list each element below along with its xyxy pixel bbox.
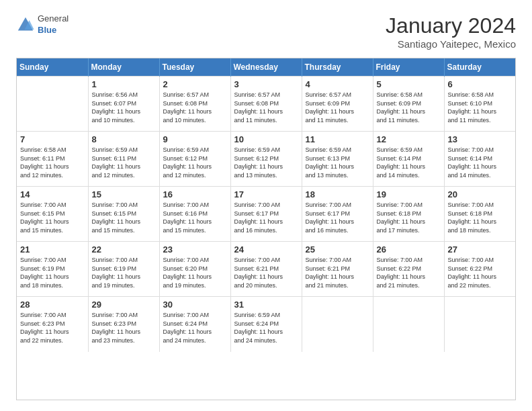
week-row-2: 14Sunrise: 7:00 AM Sunset: 6:15 PM Dayli…	[17, 187, 515, 242]
day-number: 6	[448, 79, 513, 89]
table-row: 30Sunrise: 7:00 AM Sunset: 6:24 PM Dayli…	[159, 297, 230, 352]
day-number: 16	[163, 189, 227, 199]
day-info: Sunrise: 6:57 AM Sunset: 6:08 PM Dayligh…	[234, 91, 298, 124]
table-row: 23Sunrise: 7:00 AM Sunset: 6:20 PM Dayli…	[159, 242, 230, 297]
week-row-0: 1Sunrise: 6:56 AM Sunset: 6:07 PM Daylig…	[17, 77, 515, 132]
day-info: Sunrise: 7:00 AM Sunset: 6:17 PM Dayligh…	[234, 201, 298, 234]
day-number: 20	[448, 189, 513, 199]
day-number: 15	[92, 189, 156, 199]
day-number: 29	[92, 300, 156, 310]
day-number: 18	[306, 189, 369, 199]
table-row: 21Sunrise: 7:00 AM Sunset: 6:19 PM Dayli…	[17, 242, 88, 297]
table-row: 25Sunrise: 7:00 AM Sunset: 6:21 PM Dayli…	[302, 242, 373, 297]
table-row: 29Sunrise: 7:00 AM Sunset: 6:23 PM Dayli…	[88, 297, 159, 352]
table-row: 9Sunrise: 6:59 AM Sunset: 6:12 PM Daylig…	[159, 132, 230, 187]
table-row	[373, 297, 444, 352]
day-info: Sunrise: 6:57 AM Sunset: 6:09 PM Dayligh…	[306, 91, 369, 124]
day-info: Sunrise: 7:00 AM Sunset: 6:18 PM Dayligh…	[448, 201, 513, 234]
logo-icon	[16, 15, 35, 34]
col-wednesday: Wednesday	[230, 58, 302, 77]
calendar: Sunday Monday Tuesday Wednesday Thursday…	[16, 58, 516, 400]
day-info: Sunrise: 6:59 AM Sunset: 6:11 PM Dayligh…	[92, 146, 156, 179]
day-info: Sunrise: 7:00 AM Sunset: 6:19 PM Dayligh…	[20, 256, 85, 289]
day-info: Sunrise: 6:59 AM Sunset: 6:12 PM Dayligh…	[163, 146, 227, 179]
table-row: 11Sunrise: 6:59 AM Sunset: 6:13 PM Dayli…	[302, 132, 373, 187]
day-number: 19	[377, 189, 441, 199]
day-number: 4	[306, 79, 369, 89]
day-info: Sunrise: 7:00 AM Sunset: 6:24 PM Dayligh…	[163, 311, 227, 345]
calendar-title: January 2024	[386, 13, 516, 38]
table-row: 17Sunrise: 7:00 AM Sunset: 6:17 PM Dayli…	[230, 187, 302, 242]
table-row: 19Sunrise: 7:00 AM Sunset: 6:18 PM Dayli…	[373, 187, 444, 242]
day-info: Sunrise: 6:56 AM Sunset: 6:07 PM Dayligh…	[92, 91, 156, 124]
day-number: 27	[448, 244, 513, 255]
table-row: 28Sunrise: 7:00 AM Sunset: 6:23 PM Dayli…	[17, 297, 88, 352]
calendar-table: Sunday Monday Tuesday Wednesday Thursday…	[17, 58, 515, 352]
day-info: Sunrise: 6:59 AM Sunset: 6:12 PM Dayligh…	[234, 146, 298, 179]
day-info: Sunrise: 7:00 AM Sunset: 6:16 PM Dayligh…	[163, 201, 227, 234]
table-row: 10Sunrise: 6:59 AM Sunset: 6:12 PM Dayli…	[230, 132, 302, 187]
day-info: Sunrise: 7:00 AM Sunset: 6:15 PM Dayligh…	[92, 201, 156, 234]
day-number: 22	[92, 244, 156, 255]
day-info: Sunrise: 7:00 AM Sunset: 6:17 PM Dayligh…	[306, 201, 369, 234]
table-row: 22Sunrise: 7:00 AM Sunset: 6:19 PM Dayli…	[88, 242, 159, 297]
day-number: 14	[20, 189, 85, 199]
day-info: Sunrise: 6:58 AM Sunset: 6:10 PM Dayligh…	[448, 91, 513, 124]
day-number: 28	[20, 300, 85, 310]
col-friday: Friday	[373, 58, 444, 77]
table-row: 16Sunrise: 7:00 AM Sunset: 6:16 PM Dayli…	[159, 187, 230, 242]
day-number: 11	[306, 134, 369, 144]
day-info: Sunrise: 6:59 AM Sunset: 6:24 PM Dayligh…	[234, 311, 298, 345]
table-row: 31Sunrise: 6:59 AM Sunset: 6:24 PM Dayli…	[230, 297, 302, 352]
table-row: 20Sunrise: 7:00 AM Sunset: 6:18 PM Dayli…	[444, 187, 515, 242]
day-number: 26	[377, 244, 441, 255]
table-row: 5Sunrise: 6:58 AM Sunset: 6:09 PM Daylig…	[373, 77, 444, 132]
col-sunday: Sunday	[17, 58, 88, 77]
day-number: 25	[306, 244, 369, 255]
week-row-1: 7Sunrise: 6:58 AM Sunset: 6:11 PM Daylig…	[17, 132, 515, 187]
table-row: 14Sunrise: 7:00 AM Sunset: 6:15 PM Dayli…	[17, 187, 88, 242]
page: General Blue January 2024 Santiago Yaite…	[0, 0, 532, 411]
day-number: 8	[92, 134, 156, 144]
table-row: 13Sunrise: 7:00 AM Sunset: 6:14 PM Dayli…	[444, 132, 515, 187]
table-row: 4Sunrise: 6:57 AM Sunset: 6:09 PM Daylig…	[302, 77, 373, 132]
header: General Blue January 2024 Santiago Yaite…	[16, 13, 516, 50]
day-number: 9	[163, 134, 227, 144]
day-info: Sunrise: 6:58 AM Sunset: 6:11 PM Dayligh…	[20, 146, 85, 179]
week-row-4: 28Sunrise: 7:00 AM Sunset: 6:23 PM Dayli…	[17, 297, 515, 352]
table-row: 18Sunrise: 7:00 AM Sunset: 6:17 PM Dayli…	[302, 187, 373, 242]
day-number: 3	[234, 79, 298, 89]
day-info: Sunrise: 6:59 AM Sunset: 6:13 PM Dayligh…	[306, 146, 369, 179]
day-number: 23	[163, 244, 227, 255]
day-number: 1	[92, 79, 156, 89]
day-number: 30	[163, 300, 227, 310]
table-row	[302, 297, 373, 352]
day-info: Sunrise: 7:00 AM Sunset: 6:22 PM Dayligh…	[377, 256, 441, 289]
day-info: Sunrise: 6:58 AM Sunset: 6:09 PM Dayligh…	[377, 91, 441, 124]
table-row: 15Sunrise: 7:00 AM Sunset: 6:15 PM Dayli…	[88, 187, 159, 242]
table-row: 12Sunrise: 6:59 AM Sunset: 6:14 PM Dayli…	[373, 132, 444, 187]
table-row: 24Sunrise: 7:00 AM Sunset: 6:21 PM Dayli…	[230, 242, 302, 297]
day-number: 5	[377, 79, 441, 89]
table-row: 26Sunrise: 7:00 AM Sunset: 6:22 PM Dayli…	[373, 242, 444, 297]
day-number: 31	[234, 300, 298, 310]
header-row: Sunday Monday Tuesday Wednesday Thursday…	[17, 58, 515, 77]
day-info: Sunrise: 6:59 AM Sunset: 6:14 PM Dayligh…	[377, 146, 441, 179]
logo-general: General	[38, 13, 69, 24]
day-info: Sunrise: 7:00 AM Sunset: 6:23 PM Dayligh…	[92, 311, 156, 345]
logo: General Blue	[16, 13, 69, 36]
day-number: 17	[234, 189, 298, 199]
day-info: Sunrise: 7:00 AM Sunset: 6:18 PM Dayligh…	[377, 201, 441, 234]
day-number: 12	[377, 134, 441, 144]
day-info: Sunrise: 6:57 AM Sunset: 6:08 PM Dayligh…	[163, 91, 227, 124]
day-info: Sunrise: 7:00 AM Sunset: 6:21 PM Dayligh…	[306, 256, 369, 289]
table-row	[17, 77, 88, 132]
day-info: Sunrise: 7:00 AM Sunset: 6:21 PM Dayligh…	[234, 256, 298, 289]
table-row: 2Sunrise: 6:57 AM Sunset: 6:08 PM Daylig…	[159, 77, 230, 132]
table-row: 3Sunrise: 6:57 AM Sunset: 6:08 PM Daylig…	[230, 77, 302, 132]
logo-text: General Blue	[38, 13, 69, 36]
day-info: Sunrise: 7:00 AM Sunset: 6:14 PM Dayligh…	[448, 146, 513, 179]
col-monday: Monday	[88, 58, 159, 77]
table-row: 8Sunrise: 6:59 AM Sunset: 6:11 PM Daylig…	[88, 132, 159, 187]
day-info: Sunrise: 7:00 AM Sunset: 6:19 PM Dayligh…	[92, 256, 156, 289]
